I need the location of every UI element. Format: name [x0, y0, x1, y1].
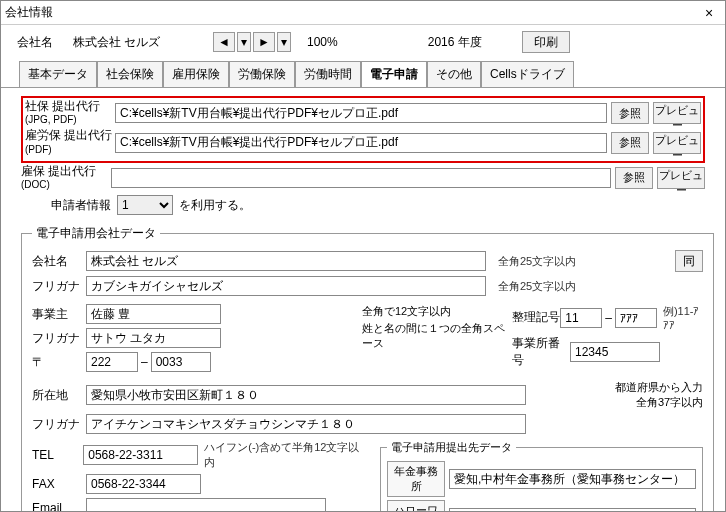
post-label: 〒	[32, 354, 86, 371]
applicant-select[interactable]: 1	[117, 195, 173, 215]
tab-koyo[interactable]: 雇用保険	[163, 61, 229, 87]
preview-button-koyoro[interactable]: プレビュー	[653, 132, 701, 154]
applicant-suffix: を利用する。	[179, 197, 251, 214]
tab-cellsdrive[interactable]: Cellsドライブ	[481, 61, 574, 87]
nav-buttons: ◄ ▾ ► ▾	[213, 32, 291, 52]
applicant-row: 申請者情報 1 を利用する。	[21, 195, 705, 215]
preview-button-shaho[interactable]: プレビュー	[653, 102, 701, 124]
email-input[interactable]	[86, 498, 326, 512]
same-button[interactable]: 同	[675, 250, 703, 272]
content: 社保 提出代行(JPG, PDF) 参照 プレビュー 雇労保 提出代行(PDF)…	[1, 88, 725, 512]
company-info-window: 会社情報 × 会社名 株式会社 セルズ ◄ ▾ ► ▾ 100% 2016 年度…	[0, 0, 726, 512]
dest-legend: 電子申請用提出先データ	[387, 440, 516, 455]
file-row-koyoro: 雇労保 提出代行(PDF) 参照 プレビュー	[25, 129, 701, 155]
browse-button-koyoro[interactable]: 参照	[611, 132, 649, 154]
company-name: 株式会社 セルズ	[73, 34, 203, 51]
zoom-level: 100%	[307, 35, 338, 49]
addr-input[interactable]	[86, 385, 526, 405]
nav-next-button[interactable]: ►	[253, 32, 275, 52]
post1-input[interactable]	[86, 352, 138, 372]
seiri1-input[interactable]	[560, 308, 602, 328]
tab-shaho[interactable]: 社会保険	[97, 61, 163, 87]
file-path-shaho[interactable]	[115, 103, 607, 123]
owner-hint2: 姓と名の間に１つの全角スペース	[362, 321, 512, 351]
file-row-shaho: 社保 提出代行(JPG, PDF) 参照 プレビュー	[25, 100, 701, 126]
tab-denshi[interactable]: 電子申請	[361, 61, 427, 87]
file-label-koyoro: 雇労保 提出代行(PDF)	[25, 129, 115, 155]
year-value: 2016 年度	[428, 34, 482, 51]
hello-label: ハローワーク	[387, 500, 445, 512]
tel-input[interactable]	[83, 445, 198, 465]
nav-prev-button[interactable]: ◄	[213, 32, 235, 52]
highlighted-file-rows: 社保 提出代行(JPG, PDF) 参照 プレビュー 雇労保 提出代行(PDF)…	[21, 96, 705, 163]
group-legend: 電子申請用会社データ	[32, 225, 160, 242]
preview-button-koyo[interactable]: プレビュー	[657, 167, 705, 189]
tab-time[interactable]: 労働時間	[295, 61, 361, 87]
ckana-label: フリガナ	[32, 278, 86, 295]
file-path-koyoro[interactable]	[115, 133, 607, 153]
applicant-label: 申請者情報	[51, 197, 111, 214]
owner-label: 事業主	[32, 306, 86, 323]
post-dash: –	[141, 355, 148, 369]
addrkana-input[interactable]	[86, 414, 526, 434]
file-path-koyo[interactable]	[111, 168, 611, 188]
seiri-dash: –	[605, 311, 612, 325]
dest-group: 電子申請用提出先データ 年金事務所 ハローワーク 監督署	[380, 440, 703, 512]
tab-basic[interactable]: 基本データ	[19, 61, 97, 87]
tab-rodo[interactable]: 労働保険	[229, 61, 295, 87]
jigyo-label: 事業所番号	[512, 335, 570, 369]
post2-input[interactable]	[151, 352, 211, 372]
seiri-label: 整理記号	[512, 309, 560, 326]
pension-input[interactable]	[449, 469, 696, 489]
file-row-koyo: 雇保 提出代行(DOC) 参照 プレビュー	[21, 165, 705, 191]
print-button[interactable]: 印刷	[522, 31, 570, 53]
owner-kana-input[interactable]	[86, 328, 221, 348]
addr-label: 所在地	[32, 387, 86, 404]
file-label-koyo: 雇保 提出代行(DOC)	[21, 165, 111, 191]
ckana-input[interactable]	[86, 276, 486, 296]
cname-hint: 全角25文字以内	[498, 254, 576, 269]
ckana-hint: 全角25文字以内	[498, 279, 576, 294]
nav-prev-menu[interactable]: ▾	[237, 32, 251, 52]
jigyo-input[interactable]	[570, 342, 660, 362]
file-label-shaho: 社保 提出代行(JPG, PDF)	[25, 100, 115, 126]
window-title: 会社情報	[5, 4, 697, 21]
tel-label: TEL	[32, 448, 83, 462]
header: 会社名 株式会社 セルズ ◄ ▾ ► ▾ 100% 2016 年度 印刷	[1, 25, 725, 61]
nav-next-menu[interactable]: ▾	[277, 32, 291, 52]
owner-input[interactable]	[86, 304, 221, 324]
pension-label: 年金事務所	[387, 461, 445, 497]
close-icon[interactable]: ×	[697, 5, 721, 21]
seiri-hint: 例)11-ｱｱｱ	[663, 304, 703, 331]
seiri2-input[interactable]	[615, 308, 657, 328]
addr-hint2: 全角37字以内	[615, 395, 703, 410]
browse-button-koyo[interactable]: 参照	[615, 167, 653, 189]
email-label: Email	[32, 501, 86, 512]
browse-button-shaho[interactable]: 参照	[611, 102, 649, 124]
tab-bar: 基本データ 社会保険 雇用保険 労働保険 労働時間 電子申請 その他 Cells…	[1, 61, 725, 88]
tab-other[interactable]: その他	[427, 61, 481, 87]
tel-hint: ハイフン(-)含めて半角12文字以内	[204, 440, 362, 470]
titlebar: 会社情報 ×	[1, 1, 725, 25]
cname-input[interactable]	[86, 251, 486, 271]
cname-label: 会社名	[32, 253, 86, 270]
company-label: 会社名	[17, 34, 63, 51]
owner-hint1: 全角で12文字以内	[362, 304, 512, 319]
company-data-group: 電子申請用会社データ 会社名 全角25文字以内 同 フリガナ 全角25文字以内 …	[21, 225, 714, 512]
fax-input[interactable]	[86, 474, 201, 494]
addr-hint1: 都道府県から入力	[615, 380, 703, 395]
hello-input[interactable]	[449, 508, 696, 512]
owner-kana-label: フリガナ	[32, 330, 86, 347]
addrkana-label: フリガナ	[32, 416, 86, 433]
fax-label: FAX	[32, 477, 86, 491]
